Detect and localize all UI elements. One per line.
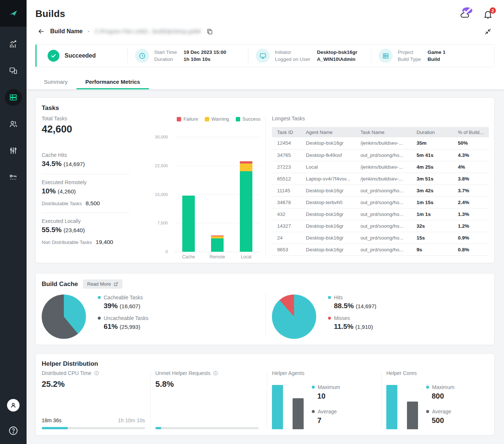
legend-item-failure: Failure <box>177 116 198 122</box>
distributable-tasks-row: Distributable Tasks8,500 <box>42 200 134 207</box>
agent-name: Desktop-fk49osf <box>304 149 358 161</box>
collapse-icon <box>484 28 491 35</box>
pct-of-build: 4% <box>456 161 489 173</box>
table-row[interactable]: 24Desktop-bsk16grout_prd/soong/ho...15s0… <box>272 232 489 244</box>
hits-pie-legend: Hits 88.5% (14,697) Misses 11.5% (1,910) <box>328 295 424 336</box>
task-id: 12454 <box>272 137 304 149</box>
tabs: Summary Performance Metrics <box>35 75 149 89</box>
legend-swatch <box>205 117 209 121</box>
avatar[interactable] <box>7 399 20 412</box>
legend-swatch <box>236 117 240 121</box>
table-row[interactable]: 432Desktop-bsk16grout_prd/soong/ho...1m … <box>272 208 489 220</box>
tab-performance-metrics[interactable]: Performance Metrics <box>76 75 149 89</box>
cacheable-pie-chart <box>42 295 86 339</box>
start-time-label: Start Time <box>154 49 177 55</box>
agent-name: Desktop-bsk16gr <box>304 137 358 149</box>
total-tasks-value: 42,600 <box>42 124 134 135</box>
notification-count-badge: 2 <box>490 7 496 14</box>
build-cache-card: Build Cache Read More Cacheable Tasks 39… <box>35 273 494 345</box>
duration: 1m 1s <box>414 208 456 220</box>
helper-cores-panel: Helper Cores Maximum 800 Average 500 <box>386 370 489 429</box>
table-row[interactable]: 14327Desktop-bsk16grout_prd/soong/ho...3… <box>272 220 489 232</box>
header-actions: 2 <box>460 10 493 21</box>
table-row[interactable]: 27223Local/jenkins/buildsev-...4m 25s4% <box>272 161 489 173</box>
task-name: out_prd/soong/ho... <box>358 208 414 220</box>
average-dot <box>312 410 315 413</box>
info-icon[interactable] <box>213 371 218 376</box>
duration-label: Duration <box>154 56 177 62</box>
project-value: Game 1 <box>428 49 446 55</box>
agent-name: Desktop-bsk16gr <box>304 185 358 196</box>
sidebar-item-settings[interactable] <box>0 137 27 164</box>
copy-button[interactable] <box>206 28 213 35</box>
page-title: Builds <box>35 8 65 20</box>
bar-remote <box>211 137 224 252</box>
average-dot <box>426 410 429 413</box>
read-more-button[interactable]: Read More <box>83 279 122 289</box>
longest-tasks: Longest Tasks Task IDAgent NameTask Name… <box>272 116 489 256</box>
table-row[interactable]: 11145Desktop-bsk16grout_prd/soong/ho...3… <box>272 185 489 196</box>
mini-bar-average <box>293 398 304 429</box>
tasks-bar-chart: FailureWarningSuccess 30,00022,50015,000… <box>146 116 262 253</box>
chart-y-axis: 30,00022,50015,0007,5000 <box>146 137 168 252</box>
helper-agents-minichart <box>272 385 304 429</box>
project-grid-icon <box>379 49 393 63</box>
bars-row <box>174 137 260 252</box>
hits-value: 88.5% (14,697) <box>334 302 424 310</box>
table-row[interactable]: 34765Desktop-fk49osfout_prd/soong/ho...5… <box>272 149 489 161</box>
misses-legend-row: Misses <box>328 315 424 321</box>
maximum-dot <box>426 386 429 389</box>
longest-tasks-title: Longest Tasks <box>272 116 489 121</box>
executed-locally-value: 55.5% (23,640) <box>42 226 134 234</box>
table-row[interactable]: 34678Desktop-terbvh0out_prd/soong/ho...1… <box>272 196 489 208</box>
table-row[interactable]: 12454Desktop-bsk16gr/jenkins/buildsev-..… <box>272 137 489 149</box>
task-name: out_prd/soong/ho... <box>358 220 414 232</box>
sidebar <box>0 0 27 444</box>
task-id: 34678 <box>272 196 304 208</box>
sidebar-item-agents[interactable] <box>0 58 27 84</box>
task-id: 11145 <box>272 185 304 196</box>
agents-icon <box>9 66 18 75</box>
column-header: Task Name <box>358 127 414 137</box>
build-type-label: Build Type <box>398 56 421 62</box>
x-tick-label: Cache <box>177 254 200 259</box>
task-name: out_prd/soong/ho... <box>358 149 414 161</box>
task-name: out_prd/soong/ho... <box>358 196 414 208</box>
key-icon <box>9 173 18 182</box>
sidebar-bottom <box>7 399 20 444</box>
notifications-button[interactable]: 2 <box>483 10 493 21</box>
sidebar-item-license[interactable] <box>0 164 27 190</box>
divider <box>265 292 266 337</box>
table-row[interactable]: 9653Desktop-bsk16grout_prd/soong/ho...9s… <box>272 244 489 255</box>
back-arrow-icon <box>38 28 45 35</box>
agent-name: Desktop-bsk16gr <box>304 244 358 255</box>
build-type-value: Build <box>428 56 446 62</box>
maximum-dot <box>312 386 315 389</box>
separator-dot: • <box>88 29 90 34</box>
collapse-button[interactable] <box>484 28 491 37</box>
help-button[interactable] <box>7 425 19 437</box>
initiator-value: Desktop-bsk16gr <box>317 49 358 55</box>
table-row[interactable]: 65512Laptop-sv4r7f4vsv.../jenkins/builds… <box>272 173 489 185</box>
agent-name: Desktop-bsk16gr <box>304 232 358 244</box>
tab-summary[interactable]: Summary <box>35 75 76 89</box>
bar-segment-warning <box>240 164 252 172</box>
sidebar-item-builds[interactable] <box>0 84 27 111</box>
sidebar-item-users[interactable] <box>0 111 27 137</box>
tasks-stats: Total Tasks 42,600 Cache Hits 34.5% (14,… <box>42 116 134 245</box>
uncacheable-dot <box>98 317 101 320</box>
pct-of-build: 3.7% <box>456 185 489 196</box>
tasks-card: Tasks Total Tasks 42,600 Cache Hits 34.5… <box>35 97 494 263</box>
duration: 32s <box>414 220 456 232</box>
cloud-status-button[interactable] <box>460 10 470 21</box>
info-icon[interactable] <box>94 371 99 376</box>
task-name: out_prd/soong/ho... <box>358 185 414 196</box>
sidebar-item-analytics[interactable] <box>0 31 27 58</box>
back-button[interactable] <box>38 28 45 35</box>
bar-segment-success <box>182 196 195 252</box>
cache-hits-value: 34.5% (14,697) <box>42 160 134 168</box>
divider <box>267 372 267 428</box>
agents-average-row: Average <box>312 409 340 414</box>
cacheable-pie-legend: Cacheable Tasks 39% (16,607) Uncacheable… <box>98 295 194 336</box>
pct-of-build: 4.3% <box>456 149 489 161</box>
